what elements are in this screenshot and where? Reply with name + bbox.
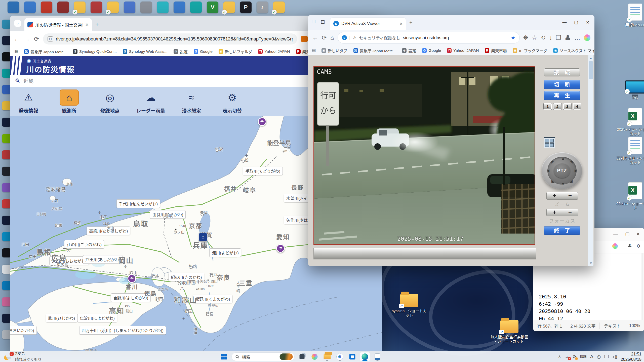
scroll-thumb[interactable] xyxy=(589,61,593,79)
exit-button[interactable]: 終 了 xyxy=(544,226,580,235)
site-info-icon[interactable]: ⊙ xyxy=(48,36,53,41)
desktop-icon[interactable]: P xyxy=(240,2,252,13)
address-bar[interactable]: ⊙ river.go.jp/kawabou/mb?zm=8&clat=34.99… xyxy=(43,33,297,44)
ptz-down-icon[interactable]: ▼ xyxy=(561,182,565,186)
back-button[interactable]: ← xyxy=(312,34,318,41)
ime-mode[interactable]: A xyxy=(590,354,593,359)
river-label[interactable]: 肱川(ひじかわ) xyxy=(46,314,78,322)
edge-bookmark[interactable]: ⊕設定 xyxy=(399,47,419,54)
ptz-downright-icon[interactable]: ◢ xyxy=(570,179,573,183)
focus-plus-button[interactable]: + xyxy=(547,209,562,216)
zoom-plus-button[interactable]: + xyxy=(547,192,562,199)
chrome-bookmark[interactable]: GGoogle xyxy=(191,49,215,55)
taskbar-search[interactable]: 検索 xyxy=(232,352,295,361)
edge-button[interactable] xyxy=(360,352,370,361)
profile-avatar[interactable]: 👤︎ xyxy=(565,34,571,41)
settings-gear-icon[interactable]: ⚙ xyxy=(636,243,640,249)
desktop-icon[interactable] xyxy=(2,281,11,290)
river-label[interactable]: 芦田川(あしだがわ) xyxy=(83,255,123,264)
desktop-icon[interactable] xyxy=(2,150,11,159)
desktop-icon[interactable] xyxy=(8,2,19,13)
desktop-icon[interactable] xyxy=(2,248,11,257)
store-button[interactable] xyxy=(347,352,357,361)
apps-grid-icon[interactable]: ▦ xyxy=(14,49,19,54)
desktop-icon[interactable] xyxy=(2,118,11,127)
edge-bookmark[interactable]: GGoogle xyxy=(420,48,444,54)
downloads-icon[interactable]: ↓ xyxy=(549,34,552,41)
desktop-icon[interactable] xyxy=(2,52,11,61)
desktop-icon[interactable] xyxy=(91,2,102,13)
desktop-icon[interactable] xyxy=(2,330,11,339)
workspaces-icon[interactable]: ❒ xyxy=(312,19,315,24)
rain-station-marker[interactable]: ☂ xyxy=(258,117,266,126)
page-scrollbar[interactable]: ▲ ▼ xyxy=(588,55,593,266)
desktop-icon[interactable] xyxy=(174,2,185,13)
maximize-button[interactable]: ▢ xyxy=(625,231,629,237)
taskbar-clock[interactable]: 21:51 2025/08/15 xyxy=(621,351,641,362)
chrome-bookmark[interactable]: SSynology QuickCon... xyxy=(70,49,119,55)
ptz-right-icon[interactable]: ▶ xyxy=(575,168,578,173)
forward-button[interactable]: → xyxy=(24,35,30,42)
chevron-down-icon[interactable]: ⌄ xyxy=(620,243,623,247)
volume-icon[interactable]: ◁) xyxy=(612,354,617,359)
desktop-icon[interactable] xyxy=(140,2,152,13)
rain-station-marker[interactable]: ☂ xyxy=(276,244,285,253)
close-button[interactable]: ✕ xyxy=(582,20,593,25)
chrome-bookmark[interactable]: 気気象庁 Japan Mete... xyxy=(22,48,69,55)
copilot-icon[interactable] xyxy=(584,34,590,41)
edge-bookmark[interactable]: R楽天市場 xyxy=(482,47,509,54)
back-button[interactable]: ← xyxy=(14,35,20,42)
desktop-shortcut-txt[interactable]: ✓無線LAN.txt xyxy=(616,4,644,27)
desktop-icon[interactable]: ✓ xyxy=(273,2,285,13)
desktop-icon[interactable] xyxy=(2,183,11,192)
home-button[interactable]: ⌂ xyxy=(330,34,334,41)
desktop-icon[interactable]: ✓ xyxy=(74,2,86,13)
desktop-icon[interactable] xyxy=(124,2,135,13)
desktop-shortcut-pc[interactable]: ✓PC xyxy=(616,80,644,100)
desktop-icon[interactable] xyxy=(24,2,36,13)
address-bar[interactable]: e | ⚠ セキュリティ保護なし sinsenyasai.nsddns.org … xyxy=(338,32,520,43)
reload-button[interactable]: ⟳ xyxy=(34,35,39,42)
playback-slider[interactable] xyxy=(313,248,536,259)
chrome-bookmark[interactable]: ▣新しいフォルダ xyxy=(216,48,255,55)
tab-search-button[interactable]: ⌄ xyxy=(14,20,21,27)
ptz-left-icon[interactable]: ◀ xyxy=(546,168,549,173)
new-tab-button[interactable]: + xyxy=(95,21,99,28)
ptz-upright-icon[interactable]: ◥ xyxy=(570,160,573,164)
desktop-icon[interactable] xyxy=(2,199,11,208)
focus-minus-button[interactable]: − xyxy=(562,209,578,216)
minimize-button[interactable]: — xyxy=(559,20,570,25)
account-icon[interactable]: 👤︎ xyxy=(627,243,632,249)
scroll-up-icon[interactable]: ▲ xyxy=(588,55,594,61)
scroll-down-icon[interactable]: ▼ xyxy=(588,260,594,266)
tab-close-icon[interactable]: ✕ xyxy=(399,21,403,26)
edge-bookmark[interactable]: 気気象庁 Japan Mete... xyxy=(351,47,399,54)
extension-icon[interactable] xyxy=(301,36,308,42)
desktop-icon[interactable] xyxy=(2,85,11,94)
desktop-icon[interactable] xyxy=(2,134,11,143)
play-button[interactable]: 再 生 xyxy=(544,91,580,100)
notepad-scrollbar[interactable] xyxy=(641,253,643,320)
edge-bookmark[interactable]: ▣IE ブックマーク xyxy=(510,47,550,54)
selected-station-marker[interactable]: ⌂ xyxy=(198,233,208,241)
new-tab-button[interactable]: + xyxy=(409,19,413,26)
river-label[interactable]: 千代川(せんだいがわ) xyxy=(116,199,160,208)
clock-app-icon[interactable]: ◷ xyxy=(597,354,601,359)
ptz-up-icon[interactable]: ▲ xyxy=(561,156,565,160)
map-tool-レーダー雨量[interactable]: ☁レーダー雨量 xyxy=(139,89,163,114)
tab-close-icon[interactable]: ✕ xyxy=(85,22,89,27)
edge-bookmark[interactable]: ▣新しいタブ xyxy=(319,47,350,54)
desktop-shortcut-memo[interactable]: ✓万引きメモ - ショートカット xyxy=(616,137,644,165)
copilot-button[interactable] xyxy=(310,352,320,361)
edge-bookmark[interactable]: ◉ソースネクスト マイページ xyxy=(551,47,594,54)
task-view-button[interactable] xyxy=(297,352,307,361)
desktop-icon[interactable] xyxy=(2,265,11,274)
chrome-bookmark[interactable]: Y!Yahoo! JAPAN xyxy=(256,49,292,55)
quad-view-icon[interactable] xyxy=(544,137,555,148)
chrome-active-tab[interactable]: 川の防災情報 - 国土交通省 ✕ xyxy=(24,18,92,31)
notepad-button[interactable] xyxy=(373,352,383,361)
desktop-shortcut-xlsx[interactable]: ✓2025+.xlsx - ショートカット xyxy=(616,108,644,136)
channel-3-button[interactable]: 3 xyxy=(563,103,571,110)
browser-essentials-icon[interactable]: ❋ xyxy=(523,34,528,41)
hidden-icons-chevron[interactable]: ∧ xyxy=(558,354,561,359)
